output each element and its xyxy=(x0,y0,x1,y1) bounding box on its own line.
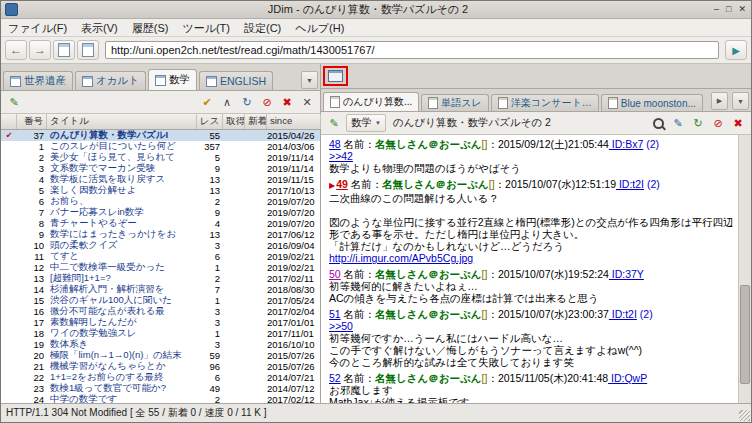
name-label: 名前： xyxy=(348,178,382,190)
resize-grip[interactable] xyxy=(739,410,750,421)
post-header: 48 名前：名無しさん＠おーぷん[]：2015/09/12(土)21:05:44… xyxy=(329,138,734,150)
board-tab-list-button[interactable]: ▼ xyxy=(301,71,318,89)
menu-item-1[interactable]: 表示(V) xyxy=(74,20,125,36)
stop-board-button[interactable]: ⊘ xyxy=(258,93,276,111)
minimize-button[interactable]: – xyxy=(714,4,719,15)
poster-name: 名無しさん＠おーぷん xyxy=(375,308,481,320)
close-icon: ✖ xyxy=(733,117,742,130)
id-count-link[interactable]: (2) xyxy=(643,138,659,150)
row-number: 22 xyxy=(17,372,47,383)
post-number-link[interactable]: 49 xyxy=(336,178,348,190)
reload-thread-button[interactable]: ↻ xyxy=(689,114,707,132)
open-url-button[interactable]: ▶ xyxy=(725,40,747,60)
column-header-5[interactable]: 新着 xyxy=(245,114,267,129)
post-id-link[interactable]: ID:t2I xyxy=(616,178,644,190)
menu-item-5[interactable]: ヘルプ(H) xyxy=(288,20,351,36)
search-button[interactable] xyxy=(649,114,667,132)
post-id-link[interactable]: ID:37Y xyxy=(609,268,644,280)
id-count-link[interactable]: (2) xyxy=(637,308,653,320)
row-since-date: 2019/02/21 xyxy=(267,251,320,262)
column-header-3[interactable]: レス xyxy=(197,114,223,129)
thread-tab-next-button[interactable]: ▶ xyxy=(711,92,728,110)
post-number-link[interactable]: 50 xyxy=(329,268,341,280)
post-number-link[interactable]: 52 xyxy=(329,372,341,384)
scrollbar-thumb[interactable] xyxy=(740,285,750,383)
reload-icon: ↻ xyxy=(693,117,702,130)
chevron-down-icon: ▼ xyxy=(375,120,381,126)
poster-name: 名無しさん＠おーぷん xyxy=(375,138,481,150)
menu-item-0[interactable]: ファイル(F) xyxy=(1,20,74,36)
menu-item-4[interactable]: 設定(C) xyxy=(237,20,288,36)
post-line: この手ですぐ解けない／悔しがもうソナーって言えますよねw(^^) xyxy=(329,344,734,356)
thread-tab-2[interactable]: 洋楽コンサートスレ xyxy=(491,94,599,111)
reload-board-button[interactable]: ↻ xyxy=(238,93,256,111)
menu-item-3[interactable]: ツール(T) xyxy=(175,20,237,36)
row-title: 中学の数学です xyxy=(47,393,197,403)
url-link[interactable]: http://i.imgur.com/APvb5Cg.jpg xyxy=(329,252,473,264)
write-post-button[interactable]: ✎ xyxy=(325,114,343,132)
row-number: 19 xyxy=(17,339,47,350)
row-res-count: 96 xyxy=(197,361,223,372)
column-header-2[interactable]: タイトル xyxy=(47,114,197,129)
thread-tab-0[interactable]: のんびり算数... xyxy=(323,92,419,111)
thread-tab-list-button[interactable]: ▼ xyxy=(732,92,749,110)
back-button[interactable]: ← xyxy=(5,40,27,60)
forward-button[interactable]: → xyxy=(29,40,51,60)
column-header-6[interactable]: since xyxy=(267,114,321,129)
board-list-button[interactable] xyxy=(53,40,75,60)
compose-button[interactable]: ✎ xyxy=(669,114,687,132)
table-row[interactable]: 24中学の数学です22017/02/12 xyxy=(1,394,320,403)
thread-pane: のんびり算数...単語スレ洋楽コンサートスレBlue moonston... ▶… xyxy=(321,64,751,403)
thread-title: のんびり算数・数学パズルその 2 xyxy=(389,116,646,130)
url-input[interactable] xyxy=(105,41,719,59)
row-number: 13 xyxy=(17,273,47,284)
main-area: 世界遺産オカルト数学ENGLISH ▼ ✎ ✔ ∧ ↻ ⊘ ✖ ✕ 番号タイトル… xyxy=(1,64,751,403)
row-res-count: 59 xyxy=(197,350,223,361)
row-number: 20 xyxy=(17,350,47,361)
stop-thread-button[interactable]: ⊘ xyxy=(709,114,727,132)
post-number-link[interactable]: 48 xyxy=(329,138,341,150)
row-res-count: 9 xyxy=(197,163,223,174)
thread-icon xyxy=(428,97,438,109)
maximize-button[interactable]: □ xyxy=(726,4,731,15)
post-id-link[interactable]: ID:QwP xyxy=(608,372,647,384)
pane-toggle-button[interactable] xyxy=(328,70,343,82)
menu-item-2[interactable]: 履歴(S) xyxy=(125,20,176,36)
menubar: ファイル(F)表示(V)履歴(S)ツール(T)設定(C)ヘルプ(H) xyxy=(1,19,751,37)
id-count-link[interactable]: (2) xyxy=(644,178,660,190)
anchor-link[interactable]: >>50 xyxy=(329,320,353,332)
column-header-1[interactable]: 番号 xyxy=(17,114,47,129)
quit-board-button[interactable]: ✕ xyxy=(298,93,316,111)
new-thread-button[interactable]: ✎ xyxy=(5,93,23,111)
board-tab-2[interactable]: 数学 xyxy=(148,69,197,90)
status-text: HTTP/1.1 304 Not Modified [ 全 55 / 新着 0 … xyxy=(6,406,266,420)
board-tab-3[interactable]: ENGLISH xyxy=(199,71,273,90)
post-id-link[interactable]: ID:t2I xyxy=(609,308,637,320)
column-header-4[interactable]: 取得 xyxy=(223,114,245,129)
thread-scrollbar[interactable] xyxy=(738,135,751,403)
close-thread-button[interactable]: ✖ xyxy=(729,114,747,132)
board-select[interactable]: 数学 ▼ xyxy=(346,114,386,132)
write-icon: ✎ xyxy=(329,117,338,130)
anchor-link[interactable]: >>42 xyxy=(329,150,353,162)
board-select-label: 数学 xyxy=(351,116,372,130)
row-since-date: 2018/08/30 xyxy=(267,284,320,295)
row-number: 7 xyxy=(17,207,47,218)
board-table-header: 番号タイトルレス取得新着since最終書込 xyxy=(1,114,320,130)
post-number-link[interactable]: 51 xyxy=(329,308,341,320)
thread-posts: 48 名前：名無しさん＠おーぷん[]：2015/09/12(土)21:05:44… xyxy=(321,135,738,403)
board-tabbar-tabs: 世界遺産オカルト数学ENGLISH xyxy=(3,69,297,90)
post-id-link[interactable]: ID:Bx7 xyxy=(609,138,643,150)
close-board-button[interactable]: ✖ xyxy=(278,93,296,111)
thread-tab-1[interactable]: 単語スレ xyxy=(421,94,488,111)
thread-tab-3[interactable]: Blue moonston... xyxy=(601,94,703,111)
favorites-button[interactable] xyxy=(77,40,99,60)
board-tab-0[interactable]: 世界遺産 xyxy=(3,71,73,90)
scroll-top-button[interactable]: ∧ xyxy=(218,93,236,111)
column-header-0[interactable] xyxy=(1,114,17,129)
board-tab-1[interactable]: オカルト xyxy=(75,71,146,90)
update-check-button[interactable]: ✔ xyxy=(198,93,216,111)
row-number: 11 xyxy=(17,251,47,262)
row-since-date: 2019/07/20 xyxy=(267,196,320,207)
close-button[interactable]: ✕ xyxy=(738,4,746,15)
